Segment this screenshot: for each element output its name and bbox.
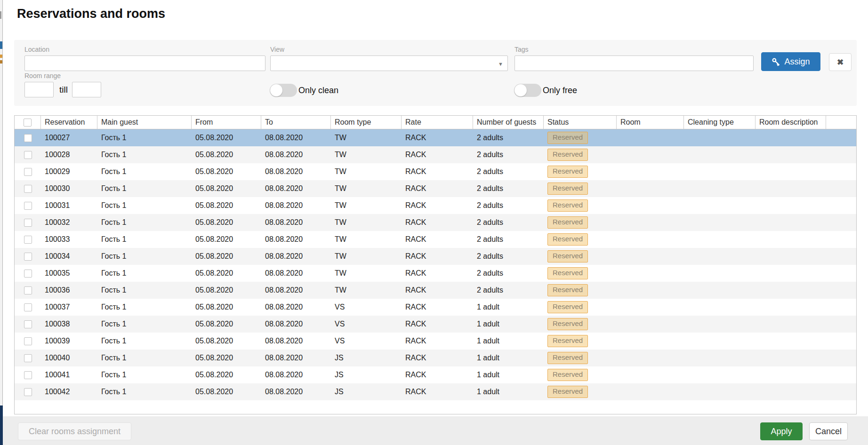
table-row[interactable]: 100028 Гость 1 05.08.2020 08.08.2020 TW … <box>15 146 856 163</box>
table-row[interactable]: 100034 Гость 1 05.08.2020 08.08.2020 TW … <box>15 248 856 265</box>
table-row[interactable]: 100030 Гость 1 05.08.2020 08.08.2020 TW … <box>15 180 856 197</box>
row-checkbox[interactable] <box>24 286 32 294</box>
row-checkbox[interactable] <box>24 134 32 142</box>
row-checkbox[interactable] <box>24 202 32 210</box>
cell-rate: RACK <box>402 354 473 362</box>
cell-main-guest: Гость 1 <box>97 269 192 278</box>
table-row[interactable]: 100040 Гость 1 05.08.2020 08.08.2020 JS … <box>15 350 856 366</box>
table-row[interactable]: 100033 Гость 1 05.08.2020 08.08.2020 TW … <box>15 231 856 248</box>
cell-reservation: 100027 <box>41 134 97 142</box>
row-checkbox[interactable] <box>24 303 32 311</box>
cell-room-type: JS <box>331 354 402 362</box>
row-checkbox[interactable] <box>24 270 32 278</box>
cell-main-guest: Гость 1 <box>97 303 192 311</box>
select-all-checkbox[interactable] <box>24 119 32 127</box>
filter-panel: Location View ▼ Tags Assign ✖ <box>14 40 857 106</box>
cell-rate: RACK <box>402 337 473 345</box>
column-header-status[interactable]: Status <box>544 116 617 129</box>
table-row[interactable]: 100032 Гость 1 05.08.2020 08.08.2020 TW … <box>15 214 856 231</box>
view-select[interactable] <box>270 56 508 71</box>
column-header-main-guest[interactable]: Main guest <box>97 116 192 129</box>
column-header-room[interactable]: Room <box>617 116 684 129</box>
status-badge: Reserved <box>547 216 588 229</box>
cell-rate: RACK <box>402 252 473 261</box>
row-checkbox[interactable] <box>24 185 32 193</box>
assign-button[interactable]: Assign <box>761 52 820 71</box>
row-checkbox[interactable] <box>24 151 32 159</box>
cell-room-type: JS <box>331 371 402 379</box>
cell-number-of-guests: 2 adults <box>473 201 544 210</box>
table-body: 100027 Гость 1 05.08.2020 08.08.2020 TW … <box>15 129 856 400</box>
apply-button[interactable]: Apply <box>760 422 803 440</box>
cell-main-guest: Гость 1 <box>97 151 192 159</box>
room-range-from-input[interactable] <box>24 82 54 97</box>
only-free-toggle[interactable] <box>514 84 541 97</box>
cell-main-guest: Гость 1 <box>97 388 192 396</box>
cell-rate: RACK <box>402 184 473 193</box>
table-row[interactable]: 100035 Гость 1 05.08.2020 08.08.2020 TW … <box>15 265 856 282</box>
location-input[interactable] <box>24 56 265 71</box>
cell-room-type: JS <box>331 388 402 396</box>
row-checkbox[interactable] <box>24 354 32 362</box>
only-clean-toggle[interactable] <box>270 84 297 97</box>
cell-to: 08.08.2020 <box>261 337 331 345</box>
cell-reservation: 100041 <box>41 371 97 379</box>
cell-from: 05.08.2020 <box>192 269 261 278</box>
cell-room-type: TW <box>331 184 402 193</box>
row-checkbox[interactable] <box>24 337 32 345</box>
row-checkbox[interactable] <box>24 219 32 227</box>
row-checkbox[interactable] <box>24 388 32 396</box>
table-row[interactable]: 100037 Гость 1 05.08.2020 08.08.2020 VS … <box>15 299 856 316</box>
clear-rooms-assignment-button[interactable]: Clear rooms assignment <box>18 422 131 440</box>
footer-bar: Clear rooms assignment Apply Cancel <box>3 416 868 445</box>
row-checkbox[interactable] <box>24 253 32 261</box>
column-header-cleaning-type[interactable]: Cleaning type <box>684 116 755 129</box>
row-checkbox[interactable] <box>24 320 32 328</box>
row-checkbox[interactable] <box>24 371 32 379</box>
room-range-till-input[interactable] <box>72 82 101 97</box>
table-row[interactable]: 100029 Гость 1 05.08.2020 08.08.2020 TW … <box>15 163 856 180</box>
location-filter: Location <box>24 46 265 71</box>
reservations-table: Reservation Main guest From To Room type… <box>14 115 857 414</box>
cell-status: Reserved <box>544 216 617 229</box>
column-header-reservation[interactable]: Reservation <box>41 116 97 129</box>
row-checkbox[interactable] <box>24 168 32 176</box>
cell-rate: RACK <box>402 320 473 328</box>
cell-number-of-guests: 2 adults <box>473 167 544 176</box>
cell-number-of-guests: 1 adult <box>473 388 544 396</box>
cell-room-type: TW <box>331 151 402 159</box>
cell-to: 08.08.2020 <box>261 235 331 244</box>
table-row[interactable]: 100042 Гость 1 05.08.2020 08.08.2020 JS … <box>15 383 856 400</box>
cell-main-guest: Гость 1 <box>97 286 192 294</box>
column-header-rate[interactable]: Rate <box>402 116 473 129</box>
cell-from: 05.08.2020 <box>192 218 261 227</box>
tags-input[interactable] <box>514 56 754 71</box>
cell-rate: RACK <box>402 134 473 142</box>
table-row[interactable]: 100039 Гость 1 05.08.2020 08.08.2020 VS … <box>15 333 856 350</box>
column-header-room-description[interactable]: Room description <box>755 116 826 129</box>
cell-number-of-guests: 1 adult <box>473 354 544 362</box>
column-header-number-of-guests[interactable]: Number of guests <box>473 116 544 129</box>
table-row[interactable]: 100038 Гость 1 05.08.2020 08.08.2020 VS … <box>15 316 856 333</box>
cell-to: 08.08.2020 <box>261 388 331 396</box>
clear-filters-button[interactable]: ✖ <box>829 53 852 71</box>
cell-to: 08.08.2020 <box>261 218 331 227</box>
cell-from: 05.08.2020 <box>192 201 261 210</box>
cell-reservation: 100030 <box>41 184 97 193</box>
tags-filter: Tags <box>514 46 754 71</box>
status-badge: Reserved <box>547 149 588 161</box>
table-row[interactable]: 100027 Гость 1 05.08.2020 08.08.2020 TW … <box>15 129 856 146</box>
cancel-button[interactable]: Cancel <box>809 422 848 440</box>
cell-number-of-guests: 2 adults <box>473 235 544 244</box>
cell-status: Reserved <box>544 335 617 347</box>
cell-reservation: 100038 <box>41 320 97 328</box>
table-row[interactable]: 100036 Гость 1 05.08.2020 08.08.2020 TW … <box>15 282 856 299</box>
column-header-from[interactable]: From <box>192 116 261 129</box>
table-row[interactable]: 100031 Гость 1 05.08.2020 08.08.2020 TW … <box>15 197 856 214</box>
table-row[interactable]: 100041 Гость 1 05.08.2020 08.08.2020 JS … <box>15 366 856 383</box>
column-header-room-type[interactable]: Room type <box>331 116 402 129</box>
cell-rate: RACK <box>402 201 473 210</box>
view-filter: View ▼ <box>270 46 508 71</box>
row-checkbox[interactable] <box>24 236 32 244</box>
column-header-to[interactable]: To <box>261 116 331 129</box>
